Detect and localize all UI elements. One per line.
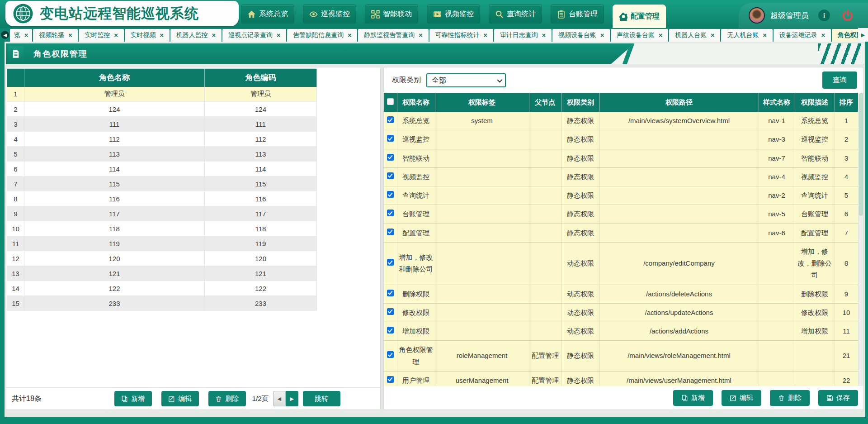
tab-角色权限管理[interactable]: 角色权限管理× — [832, 29, 858, 42]
role-row-15[interactable]: 15233233 — [7, 296, 317, 311]
close-icon[interactable]: × — [659, 32, 662, 39]
tab-scroll-right-icon[interactable]: ▶ — [858, 28, 868, 42]
permission-row[interactable]: 用户管理userManagement配置管理静态权限/main/views/us… — [384, 371, 858, 386]
role-row-3[interactable]: 3111111 — [7, 117, 317, 132]
tab-partial[interactable]: 览× — [10, 29, 32, 42]
tab-设备运维记录[interactable]: 设备运维记录× — [774, 29, 831, 42]
permission-row[interactable]: 删除权限动态权限/actions/deleteActions删除权限9 — [384, 285, 858, 303]
nav-video-monitor[interactable]: 视频监控 — [427, 5, 480, 24]
close-icon[interactable]: × — [348, 32, 351, 39]
close-icon[interactable]: × — [542, 32, 546, 39]
close-icon[interactable]: × — [600, 32, 604, 39]
role-row-7[interactable]: 7115115 — [7, 176, 317, 191]
perm-save-button[interactable]: 保存 — [818, 390, 858, 406]
role-delete-button[interactable]: 删除 — [208, 391, 246, 406]
role-index-cell: 1 — [7, 87, 24, 102]
info-icon[interactable]: i — [818, 10, 830, 21]
permission-row[interactable]: 台账管理静态权限nav-5台账管理6 — [384, 205, 858, 224]
nav-ledger-mgmt[interactable]: 台账管理 — [551, 5, 604, 24]
nav-query-stats[interactable]: 查询统计 — [489, 5, 542, 24]
tab-scroll-left-icon[interactable]: ◀ — [0, 28, 10, 42]
role-row-11[interactable]: 11119119 — [7, 236, 317, 251]
role-row-6[interactable]: 6114114 — [7, 162, 317, 176]
role-row-5[interactable]: 5113113 — [7, 147, 317, 162]
tab-可靠性指标统计[interactable]: 可靠性指标统计× — [429, 29, 493, 42]
close-icon[interactable]: × — [114, 32, 118, 39]
perm-add-button[interactable]: 新增 — [673, 390, 713, 406]
tab-实时视频[interactable]: 实时视频× — [125, 29, 170, 42]
permission-row[interactable]: 配置管理静态权限nav-6配置管理7 — [384, 224, 858, 242]
search-button[interactable]: 查询 — [822, 71, 857, 89]
scrollbar-thumb[interactable] — [859, 93, 863, 216]
permission-row[interactable]: 增加，修改和删除公司动态权限/company/editCompany增加，修改，… — [384, 242, 858, 285]
row-checkbox[interactable] — [387, 154, 394, 161]
close-icon[interactable]: × — [763, 32, 766, 39]
close-icon[interactable]: × — [24, 32, 28, 39]
close-icon[interactable]: × — [711, 32, 714, 39]
perm-edit-button[interactable]: 编辑 — [722, 390, 761, 406]
select-all-checkbox[interactable] — [387, 98, 394, 105]
row-checkbox[interactable] — [387, 327, 394, 333]
logout-power-icon[interactable] — [842, 10, 854, 21]
nav-patrol-monitor[interactable]: 巡视监控 — [303, 5, 356, 24]
nav-config-mgmt[interactable]: 配置管理 — [613, 5, 666, 28]
close-icon[interactable]: × — [160, 32, 164, 39]
row-checkbox[interactable] — [387, 191, 394, 198]
page-prev-icon[interactable]: ◀ — [273, 391, 286, 406]
role-row-1[interactable]: 1管理员管理员 — [7, 87, 317, 102]
row-checkbox[interactable] — [387, 290, 394, 296]
row-checkbox[interactable] — [387, 259, 394, 266]
close-icon[interactable]: × — [419, 32, 422, 39]
tab-巡视点记录查询[interactable]: 巡视点记录查询× — [222, 29, 286, 42]
perm-delete-button[interactable]: 删除 — [770, 390, 810, 406]
vertical-scrollbar[interactable] — [858, 93, 863, 386]
page-jump-button[interactable]: 跳转 — [303, 391, 340, 406]
role-row-9[interactable]: 9117117 — [7, 206, 317, 221]
role-row-13[interactable]: 13121121 — [7, 266, 317, 281]
permission-row[interactable]: 查询统计静态权限nav-2查询统计5 — [384, 186, 858, 205]
role-row-10[interactable]: 10118118 — [7, 221, 317, 236]
row-checkbox[interactable] — [387, 376, 394, 383]
tab-审计日志查询[interactable]: 审计日志查询× — [494, 29, 552, 42]
user-avatar[interactable] — [749, 7, 765, 24]
role-row-12[interactable]: 12120120 — [7, 251, 317, 266]
tab-机器人台账[interactable]: 机器人台账× — [669, 29, 720, 42]
row-checkbox[interactable] — [387, 308, 394, 315]
role-add-button[interactable]: 新增 — [114, 391, 152, 406]
row-checkbox[interactable] — [387, 135, 394, 142]
role-row-2[interactable]: 2124124 — [7, 102, 317, 117]
page-next-icon[interactable]: ▶ — [286, 391, 298, 406]
permission-row[interactable]: 角色权限管理roleManagement配置管理静态权限/main/views/… — [384, 341, 858, 372]
tab-实时监控[interactable]: 实时监控× — [79, 29, 123, 42]
permission-type-select[interactable]: 全部 — [426, 73, 506, 87]
permission-row[interactable]: 修改权限动态权限/actions/updateActions修改权限10 — [384, 303, 858, 322]
tab-静默监视告警查询[interactable]: 静默监视告警查询× — [358, 29, 428, 42]
permission-row[interactable]: 系统总览system静态权限/main/views/systemOverview… — [384, 112, 858, 130]
row-checkbox[interactable] — [387, 229, 394, 235]
row-checkbox[interactable] — [387, 210, 394, 216]
tab-视频设备台账[interactable]: 视频设备台账× — [552, 29, 610, 42]
permission-row[interactable]: 巡视监控静态权限nav-3巡视监控2 — [384, 130, 858, 149]
tab-无人机台账[interactable]: 无人机台账× — [721, 29, 772, 42]
tab-视频轮播[interactable]: 视频轮播× — [33, 29, 78, 42]
role-edit-button[interactable]: 编辑 — [161, 391, 199, 406]
close-icon[interactable]: × — [212, 32, 216, 39]
nav-system-overview[interactable]: 系统总览 — [241, 5, 294, 24]
role-row-14[interactable]: 14122122 — [7, 281, 317, 296]
tab-声纹设备台账[interactable]: 声纹设备台账× — [611, 29, 668, 42]
nav-smart-linkage[interactable]: 智能联动 — [365, 5, 418, 24]
close-icon[interactable]: × — [821, 32, 825, 39]
row-checkbox[interactable] — [387, 351, 394, 358]
tab-机器人监控[interactable]: 机器人监控× — [170, 29, 222, 42]
row-checkbox[interactable] — [387, 172, 394, 179]
close-icon[interactable]: × — [277, 32, 280, 39]
close-icon[interactable]: × — [484, 32, 487, 39]
permission-row[interactable]: 增加权限动态权限/actions/addActions增加权限11 — [384, 322, 858, 341]
permission-row[interactable]: 视频监控静态权限nav-4视频监控4 — [384, 167, 858, 186]
role-row-4[interactable]: 4112112 — [7, 132, 317, 147]
permission-row[interactable]: 智能联动静态权限nav-7智能联动3 — [384, 149, 858, 167]
close-icon[interactable]: × — [68, 32, 72, 39]
tab-告警缺陷信息查询[interactable]: 告警缺陷信息查询× — [287, 29, 357, 42]
role-row-8[interactable]: 8116116 — [7, 191, 317, 206]
row-checkbox[interactable] — [387, 116, 394, 123]
